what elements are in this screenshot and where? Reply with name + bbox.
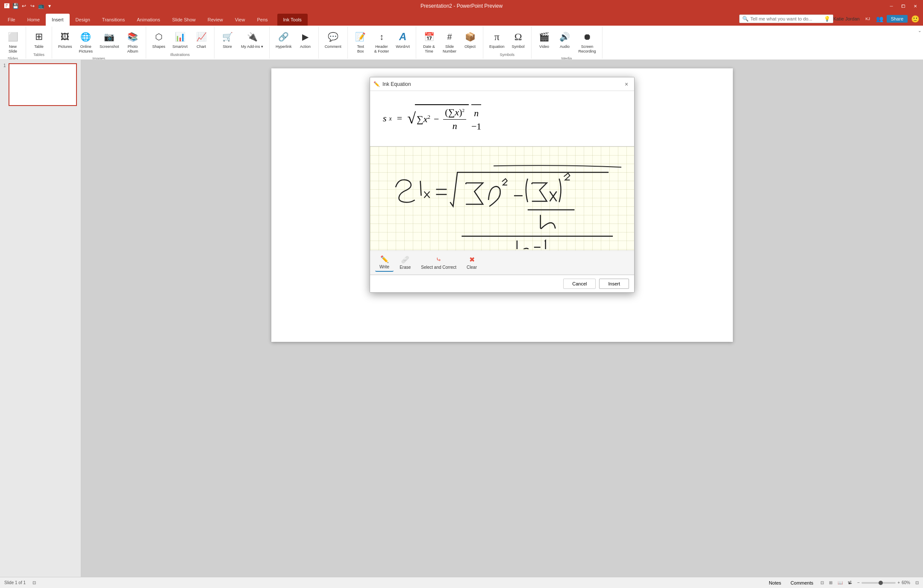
- ribbon-expand[interactable]: ⌄: [916, 26, 923, 59]
- tab-insert[interactable]: Insert: [46, 14, 70, 26]
- ribbon-group-media: 🎬 Video 🔊 Audio ⏺ ScreenRecording Media: [532, 26, 603, 59]
- present-icon[interactable]: 📺: [38, 3, 44, 9]
- fit-page-icon[interactable]: ⊡: [915, 580, 919, 585]
- handwriting-svg[interactable]: [370, 147, 634, 249]
- ribbon-group-slides: ⬜ NewSlide Slides: [0, 26, 26, 59]
- slide-number-button[interactable]: # SlideNumber: [440, 28, 459, 56]
- online-pictures-icon: 🌐: [79, 30, 93, 44]
- notes-button[interactable]: Notes: [767, 579, 783, 586]
- chart-button[interactable]: 📈 Chart: [192, 28, 211, 51]
- symbol-button[interactable]: Ω Symbol: [509, 28, 528, 51]
- zoom-level: 60%: [902, 580, 910, 585]
- comments-button[interactable]: Comments: [788, 579, 815, 586]
- write-icon: ✏️: [380, 255, 389, 263]
- action-button[interactable]: ▶ Action: [296, 28, 315, 51]
- screenshot-button[interactable]: 📷 Screenshot: [97, 28, 122, 51]
- tab-ink-tools[interactable]: Ink Tools: [277, 14, 308, 26]
- date-time-icon: 📅: [422, 30, 436, 44]
- insert-button[interactable]: Insert: [599, 279, 629, 289]
- tab-file[interactable]: File: [2, 14, 21, 26]
- header-footer-button[interactable]: ↕ Header& Footer: [372, 28, 392, 56]
- title-bar-left: 🅿 💾 ↩ ↪ 📺 ▾: [3, 3, 53, 9]
- title-bar: 🅿 💾 ↩ ↪ 📺 ▾ Presentation2 - PowerPoint P…: [0, 0, 923, 12]
- shapes-button[interactable]: ⬡ Shapes: [150, 28, 168, 51]
- hyperlink-button[interactable]: 🔗 Hyperlink: [273, 28, 294, 51]
- minimize-button[interactable]: ─: [887, 2, 896, 10]
- clear-icon: ✖: [469, 256, 475, 264]
- table-button[interactable]: ⊞ Table: [29, 28, 48, 51]
- new-slide-icon: ⬜: [6, 30, 20, 44]
- normal-view-icon[interactable]: ⊡: [820, 580, 824, 585]
- screenshot-icon: 📷: [103, 30, 116, 44]
- dialog-title-icon: ✏️: [373, 81, 380, 87]
- ribbon-group-illustrations: ⬡ Shapes 📊 SmartArt 📈 Chart Illustration…: [146, 26, 215, 59]
- text-box-label: TextBox: [357, 44, 364, 54]
- fit-slide-icon[interactable]: ⊡: [32, 580, 36, 585]
- tab-animations[interactable]: Animations: [131, 14, 166, 26]
- tab-pens[interactable]: Pens: [251, 14, 273, 26]
- user-area: Katie Jordan KJ 👥 Share 🙂: [833, 14, 920, 24]
- equation-button[interactable]: π Equation: [487, 28, 507, 51]
- dialog-title: ✏️ Ink Equation: [373, 81, 411, 87]
- online-pictures-button[interactable]: 🌐 OnlinePictures: [76, 28, 96, 56]
- smartart-button[interactable]: 📊 SmartArt: [170, 28, 191, 51]
- search-input[interactable]: [750, 16, 822, 21]
- wordart-button[interactable]: A WordArt: [393, 28, 412, 51]
- zoom-in-icon[interactable]: +: [897, 580, 900, 585]
- media-group-label: Media: [561, 56, 572, 60]
- clear-tool-button[interactable]: ✖ Clear: [462, 254, 481, 271]
- share-button[interactable]: Share: [887, 15, 908, 23]
- tab-view[interactable]: View: [229, 14, 251, 26]
- slide-info: Slide 1 of 1: [4, 580, 26, 585]
- date-time-button[interactable]: 📅 Date &Time: [420, 28, 438, 56]
- object-button[interactable]: 📦 Object: [461, 28, 479, 51]
- write-tool-button[interactable]: ✏️ Write: [375, 253, 394, 272]
- ribbon-tabs: File Home Insert Design Transitions Anim…: [0, 12, 923, 26]
- slide-thumbnail[interactable]: [9, 63, 77, 106]
- save-icon[interactable]: 💾: [12, 3, 19, 9]
- search-icon: 🔍: [742, 16, 749, 22]
- tab-transitions[interactable]: Transitions: [96, 14, 131, 26]
- audio-button[interactable]: 🔊 Audio: [556, 28, 574, 51]
- close-button[interactable]: ✕: [911, 2, 920, 10]
- text-box-button[interactable]: 📝 TextBox: [351, 28, 370, 56]
- store-button[interactable]: 🛒 Store: [218, 28, 237, 51]
- my-addins-button[interactable]: 🔌 My Add-ins ▾: [238, 28, 266, 51]
- slide-sorter-icon[interactable]: ⊞: [829, 580, 832, 585]
- new-slide-button[interactable]: ⬜ NewSlide: [3, 28, 22, 56]
- tab-design[interactable]: Design: [70, 14, 96, 26]
- symbol-label: Symbol: [512, 44, 525, 49]
- new-slide-label: NewSlide: [9, 44, 17, 54]
- main-area: 1 ✏️ Ink Equation ×: [0, 60, 923, 577]
- search-box[interactable]: 🔍 💡: [739, 15, 833, 23]
- pictures-button[interactable]: 🖼 Pictures: [56, 28, 75, 51]
- reading-view-icon[interactable]: 📖: [838, 580, 843, 585]
- tab-slide-show[interactable]: Slide Show: [166, 14, 202, 26]
- app-icon: 🅿: [3, 3, 10, 9]
- my-addins-label: My Add-ins ▾: [241, 44, 263, 49]
- undo-icon[interactable]: ↩: [21, 3, 27, 9]
- tables-group-label: Tables: [33, 52, 44, 57]
- cancel-button[interactable]: Cancel: [563, 279, 596, 289]
- zoom-slider[interactable]: [861, 582, 896, 584]
- zoom-out-icon[interactable]: −: [857, 580, 860, 585]
- dialog-handwriting-area[interactable]: [370, 147, 634, 250]
- customize-icon[interactable]: ▾: [46, 3, 53, 9]
- table-label: Table: [34, 44, 44, 49]
- tab-review[interactable]: Review: [202, 14, 229, 26]
- redo-icon[interactable]: ↪: [29, 3, 36, 9]
- tab-home[interactable]: Home: [21, 14, 46, 26]
- erase-label: Erase: [400, 265, 411, 270]
- comment-label: Comment: [325, 44, 341, 49]
- ribbon-group-images: 🖼 Pictures 🌐 OnlinePictures 📷 Screenshot…: [52, 26, 146, 59]
- comment-button[interactable]: 💬 Comment: [322, 28, 344, 51]
- screen-recording-button[interactable]: ⏺ ScreenRecording: [576, 28, 599, 56]
- photo-album-button[interactable]: 📚 PhotoAlbum: [123, 28, 142, 56]
- select-correct-tool-button[interactable]: ⤷ Select and Correct: [417, 254, 461, 271]
- restore-button[interactable]: ⧠: [899, 2, 908, 10]
- dialog-close-button[interactable]: ×: [622, 80, 631, 88]
- video-button[interactable]: 🎬 Video: [535, 28, 554, 51]
- ribbon-group-symbols: π Equation Ω Symbol Symbols: [483, 26, 532, 59]
- erase-tool-button[interactable]: 🩹 Erase: [395, 254, 415, 271]
- presenter-view-icon[interactable]: 📽: [848, 580, 852, 585]
